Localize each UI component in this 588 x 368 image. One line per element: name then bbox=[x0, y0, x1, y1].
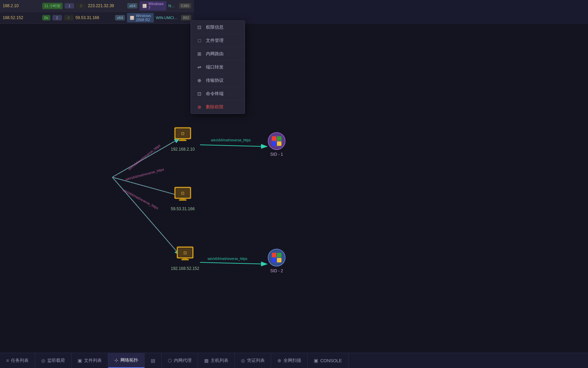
file-manager-icon: □ bbox=[196, 38, 202, 43]
host-list-icon: ▦ bbox=[204, 358, 209, 363]
nav-host-list[interactable]: ▦ 主机列表 bbox=[198, 353, 235, 368]
context-menu: ⊡ 权限信息 □ 文件管理 ⊞ 内网路由 ⇌ 端口转发 ⊕ 传输协议 ⊡ 命令终… bbox=[191, 20, 245, 114]
node-59-53-31-166[interactable]: ⊡ 59.53.31.166 bbox=[171, 186, 195, 211]
nav-icon-5: ▤ bbox=[151, 358, 155, 363]
nav-intranet-proxy-label: 内网代理 bbox=[174, 357, 192, 364]
node-label-1: 192.168.2.10 bbox=[171, 147, 195, 152]
svg-text:win/x64/met/reverse_https: win/x64/met/reverse_https bbox=[127, 143, 161, 171]
sid-2-node[interactable]: SID - 2 bbox=[268, 249, 285, 273]
user-2: WIN-UMCIP445AU3\Administrator @ WIN-UMCI… bbox=[156, 16, 179, 20]
monitor-icon-3: ⊡ bbox=[175, 245, 195, 264]
sid-2-label: SID - 2 bbox=[270, 269, 283, 273]
count2-1: 0 bbox=[76, 3, 86, 9]
nav-full-scan[interactable]: ⊕ 全网扫描 bbox=[271, 353, 308, 368]
full-scan-icon: ⊕ bbox=[277, 358, 281, 363]
menu-item-file-manager[interactable]: □ 文件管理 bbox=[191, 34, 245, 47]
monitor-svg-1: ⊡ bbox=[173, 126, 193, 144]
svg-text:win/x64/met/reverse_https: win/x64/met/reverse_https bbox=[211, 138, 251, 142]
target-ip-2: 59.53.31.166 bbox=[76, 15, 113, 20]
node-192-168-52-152[interactable]: ⊡ 192.168.52.152 bbox=[171, 245, 199, 271]
user-1: NT AUTHORITY\SYSTEM @ VSKJLT1NLZMWS8G bbox=[168, 4, 177, 8]
monitor-icon-2: ⊡ bbox=[173, 186, 193, 204]
count2-2: 0 bbox=[64, 15, 74, 20]
os-1: 🪟 Windows 7 bbox=[140, 1, 166, 11]
node-192-168-2-10[interactable]: ⊡ 192.168.2.10 bbox=[171, 126, 195, 152]
node-label-2: 59.53.31.166 bbox=[171, 206, 195, 211]
nav-network-topology[interactable]: ⊹ 网络拓扑 bbox=[108, 353, 145, 368]
nav-credential-list[interactable]: ◎ 凭证列表 bbox=[235, 353, 271, 368]
port-2: 892 bbox=[181, 15, 191, 20]
topology-area: win/x64/met/reverse_https win/x64/met/re… bbox=[0, 24, 588, 353]
nav-file-list-label: 文件列表 bbox=[84, 357, 102, 364]
file-list-icon: ▣ bbox=[78, 358, 82, 363]
port-forward-icon: ⇌ bbox=[196, 64, 202, 70]
sid-1-circle bbox=[268, 132, 285, 150]
menu-item-transport-protocol[interactable]: ⊕ 传输协议 bbox=[191, 74, 245, 87]
monitor-icon-1: ⊡ bbox=[173, 126, 193, 145]
monitor-svg-3: ⊡ bbox=[175, 245, 195, 263]
count1-2: 2 bbox=[52, 15, 62, 20]
menu-label-port-forward: 端口转发 bbox=[206, 64, 224, 70]
nav-file-list[interactable]: ▣ 文件列表 bbox=[71, 353, 108, 368]
svg-rect-23 bbox=[180, 199, 185, 200]
win-logo-1 bbox=[272, 136, 281, 146]
session-row-1[interactable]: 168.2.10 11 小时前 1 0 223.221.32.39 x64 🪟 … bbox=[0, 0, 194, 12]
nav-host-list-label: 主机列表 bbox=[211, 357, 228, 364]
menu-item-delete-privilege[interactable]: ⊗ 删除权限 bbox=[191, 101, 245, 113]
menu-item-privilege-info[interactable]: ⊡ 权限信息 bbox=[191, 21, 245, 34]
svg-line-4 bbox=[200, 262, 267, 264]
menu-label-intranet-route: 内网路由 bbox=[206, 51, 224, 57]
ip-cell-1: 168.2.10 bbox=[3, 3, 40, 8]
svg-text:win/x64/met/reverse_https: win/x64/met/reverse_https bbox=[122, 188, 159, 210]
menu-item-terminal[interactable]: ⊡ 命令终端 bbox=[191, 87, 245, 101]
session-list: 168.2.10 11 小时前 1 0 223.221.32.39 x64 🪟 … bbox=[0, 0, 194, 24]
nav-monitor-load-label: 监听载荷 bbox=[47, 357, 65, 364]
os-2: 🪟 Windows 2008 R2 bbox=[127, 13, 154, 22]
win-logo-2 bbox=[272, 253, 281, 262]
os-label-1: Windows 7 bbox=[148, 2, 164, 10]
menu-label-transport-protocol: 传输协议 bbox=[206, 77, 224, 83]
svg-text:win/x64/met/reverse_https: win/x64/met/reverse_https bbox=[207, 257, 247, 261]
session-row-2[interactable]: 168.52.152 0s 2 0 59.53.31.166 x64 🪟 Win… bbox=[0, 12, 194, 24]
menu-item-intranet-route[interactable]: ⊞ 内网路由 bbox=[191, 47, 245, 61]
port-1: 5380 bbox=[179, 3, 191, 9]
nav-intranet-proxy[interactable]: ⬡ 内网代理 bbox=[162, 353, 198, 368]
intranet-proxy-icon: ⬡ bbox=[168, 358, 172, 363]
network-topology-icon: ⊹ bbox=[114, 357, 118, 363]
privilege-info-icon: ⊡ bbox=[196, 25, 202, 30]
monitor-svg-2: ⊡ bbox=[173, 186, 193, 203]
count1-1: 1 bbox=[65, 3, 74, 9]
task-list-icon: ≡ bbox=[6, 358, 9, 363]
console-icon: ▣ bbox=[314, 358, 318, 363]
nav-network-topology-label: 网络拓扑 bbox=[120, 357, 138, 363]
nav-monitor-load[interactable]: ◎ 监听载荷 bbox=[35, 353, 71, 368]
ip-cell-2: 168.52.152 bbox=[3, 15, 40, 20]
time-badge-1: 11 小时前 bbox=[42, 3, 63, 9]
transport-protocol-icon: ⊕ bbox=[196, 78, 202, 83]
nav-item-5[interactable]: ▤ bbox=[145, 353, 162, 368]
menu-label-file-manager: 文件管理 bbox=[206, 37, 224, 44]
time-badge-2: 0s bbox=[42, 15, 50, 20]
sid-2-circle bbox=[268, 249, 285, 266]
target-ip-1: 223.221.32.39 bbox=[88, 3, 125, 8]
arch-1: x64 bbox=[127, 3, 137, 9]
nav-console[interactable]: ▣ CONSOLE bbox=[308, 353, 348, 368]
nav-full-scan-label: 全网扫描 bbox=[283, 357, 301, 364]
node-label-3: 192.168.52.152 bbox=[171, 266, 199, 271]
menu-label-delete-privilege: 删除权限 bbox=[206, 104, 224, 110]
svg-rect-17 bbox=[180, 139, 185, 140]
os-label-2: Windows 2008 R2 bbox=[136, 14, 151, 22]
monitor-load-icon: ◎ bbox=[41, 358, 45, 363]
nav-bar: ≡ 任务列表 ◎ 监听载荷 ▣ 文件列表 ⊹ 网络拓扑 ▤ ⬡ 内网代理 ▦ 主… bbox=[0, 353, 588, 368]
svg-text:⊡: ⊡ bbox=[183, 250, 187, 255]
sid-1-node[interactable]: SID - 1 bbox=[268, 132, 285, 157]
menu-label-privilege-info: 权限信息 bbox=[206, 24, 224, 30]
sid-1-label: SID - 1 bbox=[270, 152, 283, 157]
nav-task-list[interactable]: ≡ 任务列表 bbox=[0, 353, 35, 368]
menu-item-port-forward[interactable]: ⇌ 端口转发 bbox=[191, 61, 245, 74]
topology-svg: win/x64/met/reverse_https win/x64/met/re… bbox=[0, 24, 588, 353]
svg-rect-29 bbox=[183, 258, 187, 259]
terminal-icon: ⊡ bbox=[196, 91, 202, 96]
delete-privilege-icon: ⊗ bbox=[196, 104, 202, 110]
intranet-route-icon: ⊞ bbox=[196, 51, 202, 57]
